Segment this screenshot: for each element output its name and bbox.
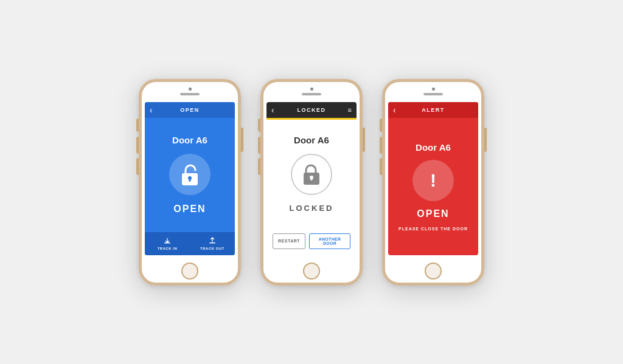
main-content-locked: Door A6 LOCKED [266, 120, 357, 228]
tab-track-in[interactable]: TRACK IN [145, 237, 190, 250]
lock-circle-locked [291, 154, 332, 195]
status-label-locked: LOCKED [290, 204, 334, 213]
svg-rect-2 [189, 178, 191, 182]
side-btn-right-2 [363, 128, 365, 152]
svg-rect-7 [311, 177, 313, 180]
nav-title-locked: LOCKED [298, 107, 326, 113]
phone-top-bar-2 [302, 88, 321, 95]
side-btn-left-bot-3 [380, 158, 382, 175]
side-btn-left-top-1 [136, 118, 139, 132]
track-in-icon [163, 237, 172, 246]
warning-text: PLEASE CLOSE THE DOOR [399, 227, 468, 231]
speaker-2 [302, 93, 321, 95]
track-in-label: TRACK IN [158, 247, 178, 250]
another-door-button[interactable]: ANOTHER DOOR [309, 233, 350, 249]
screen-open: ‹ OPEN Door A6 OPEN [145, 102, 235, 255]
side-btn-left-mid-2 [258, 137, 260, 154]
side-btn-left-mid-3 [380, 137, 382, 154]
side-btn-left-top-2 [258, 118, 260, 132]
nav-bar-locked: ‹ LOCKED ≡ [266, 102, 357, 118]
menu-icon-2[interactable]: ≡ [348, 106, 352, 114]
phone-open: ‹ OPEN Door A6 OPEN [139, 79, 241, 286]
phone-locked: ‹ LOCKED ≡ Door A6 LOCKED [260, 79, 363, 286]
svg-rect-4 [209, 242, 215, 244]
status-label-open: OPEN [173, 204, 206, 215]
restart-button[interactable]: RESTART [273, 233, 305, 249]
camera-2 [310, 88, 313, 91]
door-name-open: Door A6 [172, 135, 207, 145]
side-btn-right-1 [241, 128, 243, 152]
nav-bar-open: ‹ OPEN [145, 102, 235, 118]
bottom-buttons-locked: RESTART ANOTHER DOOR [266, 228, 357, 255]
side-btn-left-bot-2 [258, 158, 260, 175]
side-btn-left-mid-1 [136, 137, 139, 154]
alert-circle: ! [412, 160, 454, 201]
lock-circle-open[interactable] [169, 154, 211, 195]
back-icon-2[interactable]: ‹ [271, 105, 274, 115]
unlock-icon [179, 163, 200, 185]
back-icon-3[interactable]: ‹ [393, 105, 396, 115]
speaker-3 [423, 93, 443, 95]
phone-alert: ‹ ALERT Door A6 ! OPEN PLEASE CLOSE THE … [382, 79, 484, 286]
bottom-bar-open: TRACK IN TRACK OUT [145, 232, 235, 255]
home-button-1[interactable] [181, 263, 198, 280]
status-label-alert: OPEN [417, 208, 449, 219]
track-out-label: TRACK OUT [200, 247, 224, 250]
nav-title-alert: ALERT [422, 107, 445, 113]
camera-3 [432, 88, 435, 91]
phone-top-bar-1 [180, 88, 200, 95]
camera-1 [189, 88, 192, 91]
home-button-3[interactable] [425, 263, 442, 280]
track-out-icon [208, 237, 217, 246]
tab-track-out[interactable]: TRACK OUT [190, 237, 235, 250]
side-btn-right-3 [484, 128, 487, 152]
exclamation-icon: ! [430, 171, 436, 190]
door-name-locked: Door A6 [294, 135, 329, 145]
main-content-open: Door A6 OPEN [145, 118, 235, 232]
speaker-1 [180, 93, 200, 95]
door-name-alert: Door A6 [416, 142, 451, 153]
screen-alert: ‹ ALERT Door A6 ! OPEN PLEASE CLOSE THE … [388, 102, 478, 255]
phone-top-bar-3 [423, 88, 443, 95]
back-icon-1[interactable]: ‹ [150, 105, 153, 115]
nav-title-open: OPEN [180, 107, 200, 113]
nav-bar-alert: ‹ ALERT [388, 102, 478, 118]
screen-locked: ‹ LOCKED ≡ Door A6 LOCKED [266, 102, 357, 255]
main-content-alert: Door A6 ! OPEN PLEASE CLOSE THE DOOR [388, 118, 478, 255]
side-btn-left-top-3 [380, 118, 382, 132]
side-btn-left-bot-1 [136, 158, 139, 175]
home-button-2[interactable] [303, 263, 320, 280]
lock-icon [302, 164, 321, 185]
